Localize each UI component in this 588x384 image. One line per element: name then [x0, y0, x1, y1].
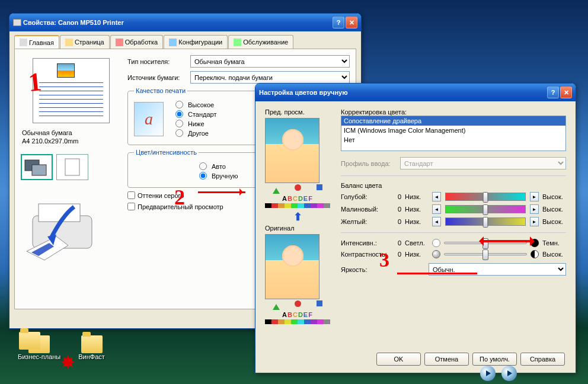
original-sample-image [265, 234, 319, 299]
contrast-slider-row: Контрастность: 0 Низк. Высок. [341, 250, 566, 258]
tab-bar: Главная Страница Обработка Конфигурации … [9, 31, 361, 49]
correction-item-icm[interactable]: ICM (Windows Image Color Management) [341, 126, 565, 135]
tab-page-icon [65, 39, 73, 46]
original-swatch [265, 319, 330, 324]
cancel-button[interactable]: Отмена [424, 353, 469, 366]
quality-low-radio[interactable] [175, 120, 183, 127]
printer-icon [13, 19, 21, 26]
magenta-slider[interactable] [445, 205, 526, 213]
magenta-inc-button[interactable]: ► [530, 204, 539, 214]
titlebar-2[interactable]: Настройка цветов вручную ? ✕ [255, 84, 576, 101]
layout-thumbs [21, 154, 122, 180]
divider [341, 175, 566, 176]
layout-thumb-2[interactable] [56, 154, 88, 180]
color-manual-radio[interactable] [199, 172, 207, 180]
desktop-folder-2[interactable]: ВинФаст [78, 335, 105, 360]
contrast-slider[interactable] [444, 253, 527, 255]
window-title-2: Настройка цветов вручную [259, 89, 348, 96]
brightness-label: Яркость: [341, 266, 387, 273]
manual-color-window: Настройка цветов вручную ? ✕ Пред. просм… [255, 83, 576, 373]
page-preview [33, 58, 110, 123]
cyan-dec-button[interactable]: ◄ [432, 192, 441, 201]
yellow-slider-row: Желтый: 0 Низк. ◄ ► Высок. [341, 217, 566, 226]
tab-config[interactable]: Конфигурации [164, 35, 228, 49]
button-bar-2: OK Отмена По умолч. Справка [376, 353, 565, 366]
media-info: Обычная бумага A4 210.0x297.0mm [21, 126, 122, 148]
media-type-label: Тип носителя: [127, 58, 190, 65]
up-arrow-icon: ⬆ [265, 210, 330, 223]
divider-2 [341, 232, 566, 233]
color-correction-listbox[interactable]: Сопоставление драйвера ICM (Windows Imag… [341, 116, 566, 151]
folder-icon [81, 335, 103, 353]
magenta-slider-row: Малиновый: 0 Низк. ◄ ► Высок. [341, 204, 566, 214]
svg-rect-2 [65, 159, 79, 175]
tab-service-icon [234, 39, 241, 46]
color-intensity-legend: Цвет/интенсивность [134, 149, 199, 156]
preview-sample-image [265, 118, 319, 183]
yellow-inc-button[interactable]: ► [530, 217, 539, 226]
quality-other-radio[interactable] [175, 129, 183, 137]
quality-high-radio[interactable] [175, 101, 183, 108]
taskbar-tray [480, 366, 517, 381]
media-play-icon-2[interactable] [501, 366, 517, 381]
folder-icon [19, 332, 40, 350]
tab-config-icon [169, 39, 177, 46]
ok-button-2[interactable]: OK [376, 353, 421, 366]
layout-thumb-1[interactable] [21, 154, 53, 180]
cyan-inc-button[interactable]: ► [530, 192, 539, 201]
desktop-app-icon[interactable]: ✸ [57, 352, 78, 373]
preview-column: Обычная бумага A4 210.0x297.0mm [21, 55, 122, 303]
tab-main[interactable]: Главная [14, 35, 59, 49]
defaults-button[interactable]: По умолч. [472, 353, 517, 366]
help-button-3[interactable]: Справка [520, 353, 565, 366]
win2-body: Пред. просм. ABCDEF ⬆ Оригинал ABCDEF Ко… [255, 101, 576, 350]
grayscale-checkbox[interactable] [127, 191, 135, 199]
splat-icon: ✸ [57, 352, 78, 373]
paper-source-select[interactable]: Переключ. подачи бумаги [190, 71, 350, 84]
window-title: Свойства: Canon MP510 Printer [23, 19, 124, 26]
correction-item-none[interactable]: Нет [341, 135, 565, 145]
correction-item-driver[interactable]: Сопоставление драйвера [341, 116, 565, 126]
preview-checkbox[interactable] [127, 203, 135, 210]
tab-page[interactable]: Страница [60, 35, 110, 49]
printer-illustration [21, 186, 122, 264]
cyan-slider[interactable] [445, 193, 526, 201]
tab-processing[interactable]: Обработка [110, 35, 163, 49]
preview-swatch [265, 203, 330, 208]
print-quality-legend: Качество печати [134, 87, 187, 94]
low-contrast-icon [432, 250, 440, 258]
quality-icon: a [134, 102, 164, 136]
quality-standard-radio[interactable] [175, 110, 183, 118]
media-type-select[interactable]: Обычная бумага [190, 55, 350, 68]
original-abc: ABCDEF [265, 311, 330, 318]
close-button-2[interactable]: ✕ [560, 87, 572, 98]
intensity-slider-row: Интенсивн.: 0 Светл. Темн. [341, 239, 566, 247]
paper-source-label: Источник бумаги: [127, 74, 190, 81]
media-play-icon-1[interactable] [480, 366, 496, 381]
preview-abc: ABCDEF [265, 195, 330, 202]
tab-proc-icon [116, 39, 123, 46]
tab-main-icon [20, 39, 27, 46]
brightness-select[interactable]: Обычн. [429, 263, 566, 276]
help-button[interactable]: ? [333, 17, 344, 28]
original-shapes [265, 300, 330, 310]
light-icon [432, 239, 440, 247]
magenta-dec-button[interactable]: ◄ [432, 204, 441, 214]
help-button-2[interactable]: ? [547, 87, 559, 98]
correction-label: Корректировка цвета: [341, 108, 566, 116]
cyan-slider-row: Голубой: 0 Низк. ◄ ► Высок. [341, 192, 566, 201]
color-auto-radio[interactable] [199, 162, 207, 170]
original-label: Оригинал [265, 225, 330, 232]
tab-service[interactable]: Обслуживание [228, 35, 293, 49]
balance-label: Баланс цвета [341, 182, 566, 189]
close-button[interactable]: ✕ [346, 17, 357, 28]
profile-select: Стандарт [400, 157, 566, 169]
yellow-dec-button[interactable]: ◄ [432, 217, 441, 226]
titlebar[interactable]: Свойства: Canon MP510 Printer ? ✕ [9, 14, 361, 31]
high-contrast-icon [531, 250, 539, 258]
intensity-slider[interactable] [444, 242, 527, 244]
desktop-folder-3[interactable] [19, 332, 40, 350]
yellow-slider[interactable] [445, 217, 526, 226]
controls-column: Корректировка цвета: Сопоставление драйв… [330, 108, 566, 343]
profile-label: Профиль ввода: [341, 160, 400, 167]
